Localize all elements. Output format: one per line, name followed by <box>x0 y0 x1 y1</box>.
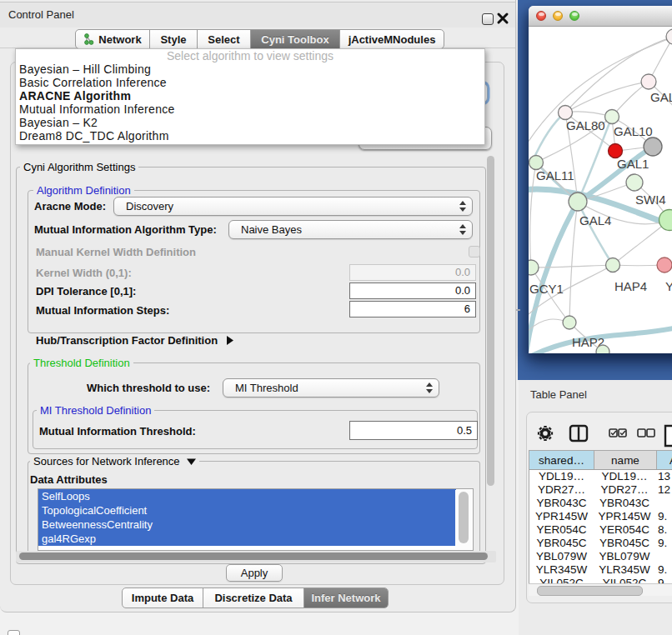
mi-steps-label: Mutual Information Steps: <box>36 304 169 317</box>
tab-style[interactable]: Style <box>150 30 198 48</box>
document-icon[interactable] <box>665 426 672 446</box>
table-cell: 8. <box>655 523 672 537</box>
graph-node-swi4[interactable] <box>626 174 643 191</box>
float-window-button[interactable] <box>482 13 494 25</box>
attribute-item-betweennesscentrality[interactable]: BetweennessCentrality <box>38 518 456 532</box>
control-panel-titlebar[interactable]: Control Panel <box>0 2 515 28</box>
table-row[interactable]: YBR043CYBR043C <box>529 497 672 510</box>
graph-node-gal11[interactable] <box>529 156 544 170</box>
tab-select[interactable]: Select <box>198 30 251 48</box>
popup-item-mutual-information-inference[interactable]: Mutual Information Inference <box>16 102 484 116</box>
table-horizontal-scrollbar[interactable] <box>529 583 672 596</box>
popup-item-bayesian-hill-climbing[interactable]: Bayesian – Hill Climbing <box>16 62 484 76</box>
table-cell: YBR045C <box>594 537 655 550</box>
popup-item-dream8-dc-tdc-algorithm[interactable]: Dream8 DC_TDC Algorithm <box>16 129 484 142</box>
table-cell: YBR043C <box>529 497 594 510</box>
mi-steps-field[interactable]: 6 <box>349 301 476 318</box>
popup-item-aracne-algorithm[interactable]: ARACNE Algorithm <box>16 89 484 102</box>
attribute-item-selfloops[interactable]: SelfLoops <box>38 489 456 503</box>
settings-vertical-scrollbar-thumb[interactable] <box>487 156 494 486</box>
popup-placeholder-item[interactable]: Select algorithm to view settings <box>16 49 484 62</box>
manual-kernel-width-checkbox[interactable] <box>469 246 480 258</box>
apply-button[interactable]: Apply <box>226 564 283 582</box>
graph-node-y-node[interactable] <box>657 258 672 272</box>
gear-icon[interactable] <box>538 426 553 441</box>
attributes-vertical-scrollbar[interactable] <box>455 490 472 549</box>
attribute-item-topologicalcoefficient[interactable]: TopologicalCoefficient <box>38 503 456 518</box>
data-attributes-list[interactable]: SelfLoopsTopologicalCoefficientBetweenne… <box>38 488 474 551</box>
aracne-mode-combobox[interactable]: Discovery <box>113 197 473 216</box>
attributes-vscroll-thumb[interactable] <box>459 492 469 543</box>
settings-horizontal-scrollbar[interactable] <box>16 551 496 562</box>
node-table[interactable]: shared…nameA YDL19…YDL19…13YDR27…YDR27…1… <box>529 450 672 584</box>
graph-node-gal1[interactable] <box>609 144 623 158</box>
sources-title-row[interactable]: Sources for Network Inference <box>30 455 199 468</box>
aracne-mode-value: Discovery <box>126 198 173 215</box>
close-traffic-light[interactable] <box>536 11 546 21</box>
tab-network[interactable]: Network <box>76 30 150 48</box>
table-row[interactable]: YER054CYER054C8. <box>529 523 672 537</box>
minimize-traffic-light[interactable] <box>553 11 563 21</box>
data-attributes-label: Data Attributes <box>30 473 108 486</box>
attribute-item-gal4rgexp[interactable]: gal4RGexp <box>38 532 456 546</box>
tab-cyni-toolbox[interactable]: Cyni Toolbox <box>251 30 340 48</box>
dpi-tolerance-field[interactable]: 0.0 <box>349 282 476 299</box>
graph-node-gal80[interactable] <box>559 106 573 120</box>
table-cell: YLR345W <box>529 563 594 577</box>
graph-node-bottom[interactable] <box>596 345 609 353</box>
close-panel-button[interactable] <box>496 12 509 25</box>
which-threshold-combobox[interactable]: MI Threshold <box>223 378 439 398</box>
mi-algorithm-type-combobox[interactable]: Naive Bayes <box>228 220 473 239</box>
deselect-all-checkboxes-icon[interactable] <box>638 429 654 437</box>
tab-label: Select <box>208 33 239 46</box>
graph-node-gray[interactable] <box>644 138 662 156</box>
cyni-algorithm-settings-title: Cyni Algorithm Settings <box>20 161 138 173</box>
kernel-width-field[interactable]: 0.0 <box>349 264 476 281</box>
table-cell: 9. <box>655 537 672 550</box>
popup-items: Bayesian – Hill ClimbingBasic Correlatio… <box>16 62 484 142</box>
graph-node-gal-pink[interactable] <box>641 74 656 89</box>
popup-item-basic-correlation-inference[interactable]: Basic Correlation Inference <box>16 76 484 89</box>
settings-hscroll-thumb[interactable] <box>19 552 488 560</box>
graph-node-gal10[interactable] <box>605 110 619 124</box>
table-row[interactable]: YBL079WYBL079W <box>529 550 672 563</box>
hub-transcription-factor-section[interactable]: Hub/Transcription Factor Definition <box>36 334 233 347</box>
table-row[interactable]: YDR27…YDR27…12 <box>529 483 672 497</box>
column-header-name[interactable]: name <box>594 451 657 469</box>
zoom-traffic-light[interactable] <box>569 11 579 21</box>
table-hscroll-thumb[interactable] <box>537 586 643 596</box>
graph-node-top-right[interactable] <box>666 29 672 44</box>
graph-node-gcy1[interactable] <box>529 260 539 275</box>
table-rows: YDL19…YDL19…13YDR27…YDR27…12YBR043CYBR04… <box>529 470 672 584</box>
bottom-tab-infer-network[interactable]: Infer Network <box>304 588 388 608</box>
split-columns-icon[interactable] <box>570 426 587 441</box>
column-header-A[interactable]: A <box>657 451 672 469</box>
table-cell <box>655 550 672 563</box>
bottom-tab-discretize-data[interactable]: Discretize Data <box>203 588 304 608</box>
graph-node-gal4[interactable] <box>569 192 587 211</box>
graph-node-hap2[interactable] <box>563 316 576 329</box>
graph-node-hap4[interactable] <box>606 258 620 272</box>
mi-algorithm-type-label: Mutual Information Algorithm Type: <box>34 223 217 236</box>
network-canvas[interactable]: GALGAL80GAL10GAL1GAL11GAL4SWI4GCY1HAP4YH… <box>529 27 672 353</box>
mi-threshold-definition-title: MI Threshold Definition <box>37 404 154 417</box>
select-all-checkboxes-icon[interactable] <box>609 429 626 437</box>
collapse-down-arrow-icon[interactable] <box>187 458 196 465</box>
table-cell: YPR145W <box>529 510 594 523</box>
column-header-shared[interactable]: shared… <box>529 451 594 469</box>
tab-label: jActiveMNodules <box>349 33 436 46</box>
bottom-tab-impute-data[interactable]: Impute Data <box>123 588 203 608</box>
tab-jactivemnodules[interactable]: jActiveMNodules <box>340 30 444 48</box>
mi-algorithm-type-value: Naive Bayes <box>241 221 302 238</box>
network-view-window: GALGAL80GAL10GAL1GAL11GAL4SWI4GCY1HAP4YH… <box>529 6 672 353</box>
mi-threshold-field[interactable]: 0.5 <box>349 421 478 440</box>
table-row[interactable]: YDL19…YDL19…13 <box>529 470 672 483</box>
network-window-titlebar[interactable] <box>529 6 672 27</box>
expand-right-arrow-icon[interactable] <box>226 336 233 345</box>
table-row[interactable]: YPR145WYPR145W9. <box>529 510 672 523</box>
table-row[interactable]: YLR345WYLR345W9. <box>529 563 672 577</box>
aracne-mode-label: Aracne Mode: <box>34 200 106 212</box>
popup-item-bayesian-k2[interactable]: Bayesian – K2 <box>16 116 484 129</box>
table-row[interactable]: YBR045CYBR045C9. <box>529 537 672 550</box>
table-panel-title: Table Panel <box>530 388 587 401</box>
